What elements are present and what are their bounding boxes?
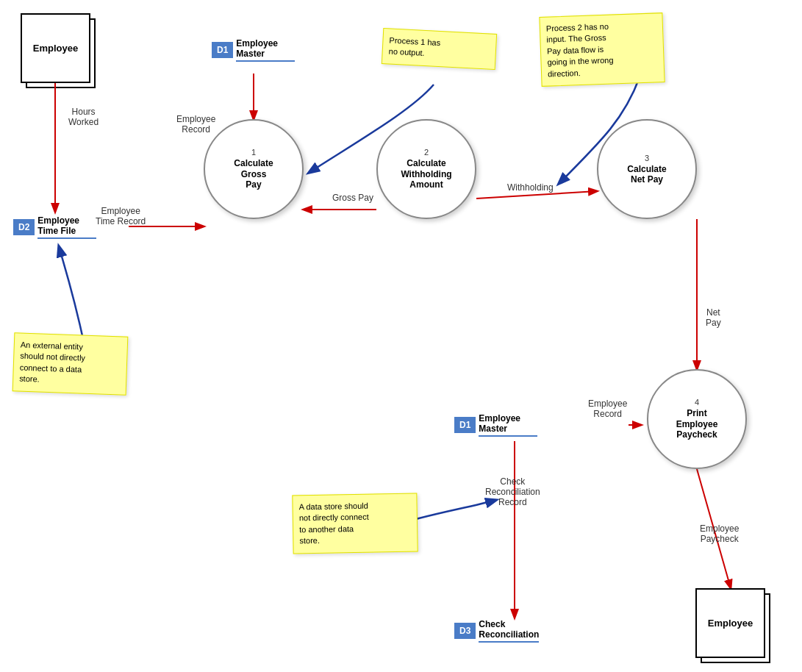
process-1-number: 1 xyxy=(251,148,256,157)
flow-employee-record-bottom: EmployeeRecord xyxy=(588,398,627,419)
datastore-d1-top: D1 EmployeeMaster xyxy=(212,38,295,62)
sticky-note-3-text: An external entityshould not directlycon… xyxy=(19,340,85,384)
d1-top-label: EmployeeMaster xyxy=(236,38,295,62)
d1-bottom-label: EmployeeMaster xyxy=(479,413,537,437)
d3-label: CheckReconciliation xyxy=(479,619,539,643)
entity-employee-bottom-label: Employee xyxy=(708,618,753,629)
process-2: 2 CalculateWithholdingAmount xyxy=(376,119,476,219)
flow-employee-paycheck: EmployeePaycheck xyxy=(700,523,739,544)
sticky-note-4: A data store shouldnot directly connectt… xyxy=(292,493,418,554)
process-3: 3 CalculateNet Pay xyxy=(597,119,697,219)
process-4-label: PrintEmployeePaycheck xyxy=(676,408,718,440)
sticky-note-2: Process 2 has noinput. The GrossPay data… xyxy=(539,12,665,87)
flow-gross-pay: Gross Pay xyxy=(332,193,373,203)
d3-tag: D3 xyxy=(454,623,476,639)
d1-top-tag: D1 xyxy=(212,42,233,58)
entity-employee-bottom: Employee xyxy=(695,588,765,658)
flow-withholding: Withholding xyxy=(507,182,554,193)
entity-employee-top: Employee xyxy=(21,13,90,83)
sticky-note-3: An external entityshould not directlycon… xyxy=(12,332,129,395)
flow-employee-record-top: EmployeeRecord xyxy=(176,114,215,135)
datastore-d3: D3 CheckReconciliation xyxy=(454,619,539,643)
process-1: 1 CalculateGrossPay xyxy=(204,119,304,219)
process-2-label: CalculateWithholdingAmount xyxy=(401,158,451,190)
d1-bottom-tag: D1 xyxy=(454,417,476,433)
sticky-note-1-text: Process 1 hasno output. xyxy=(388,35,440,57)
datastore-d1-bottom: D1 EmployeeMaster xyxy=(454,413,537,437)
process-3-number: 3 xyxy=(645,154,649,162)
diagram-container: Employee Employee D1 EmployeeMaster D2 E… xyxy=(0,0,802,672)
d2-label: EmployeeTime File xyxy=(37,215,96,239)
entity-employee-top-label: Employee xyxy=(33,43,78,54)
sticky-note-4-text: A data store shouldnot directly connectt… xyxy=(298,501,368,546)
process-2-number: 2 xyxy=(424,148,429,157)
process-3-label: CalculateNet Pay xyxy=(627,164,666,185)
sticky-note-1: Process 1 hasno output. xyxy=(382,28,497,70)
flow-employee-time-record: EmployeeTime Record xyxy=(96,206,146,226)
d2-tag: D2 xyxy=(13,219,35,235)
flow-hours-worked: HoursWorked xyxy=(68,107,99,127)
datastore-d2: D2 EmployeeTime File xyxy=(13,215,96,239)
sticky-note-2-text: Process 2 has noinput. The GrossPay data… xyxy=(546,22,614,78)
process-4-number: 4 xyxy=(695,398,699,407)
flow-check-reconciliation-record: CheckReconciliationRecord xyxy=(485,476,540,507)
flow-net-pay: NetPay xyxy=(706,307,721,328)
process-1-label: CalculateGrossPay xyxy=(234,158,273,190)
process-4: 4 PrintEmployeePaycheck xyxy=(647,369,747,469)
